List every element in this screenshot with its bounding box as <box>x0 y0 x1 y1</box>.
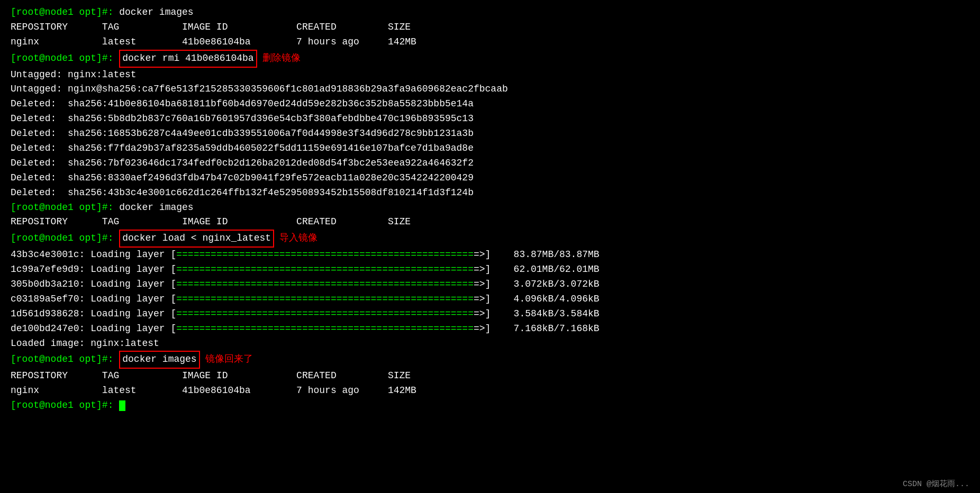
terminal-line: c03189a5ef70: Loading layer [===========… <box>11 292 969 307</box>
terminal-line: REPOSITORY TAG IMAGE ID CREATED SIZE <box>11 215 969 230</box>
terminal-line: nginx latest 41b0e86104ba 7 hours ago 14… <box>11 35 969 50</box>
terminal-line: Deleted: sha256:16853b6287c4a49ee01cdb33… <box>11 126 969 141</box>
terminal-line: Loaded image: nginx:latest <box>11 336 969 351</box>
terminal-line: Deleted: sha256:41b0e86104ba681811bf60b4… <box>11 97 969 112</box>
terminal-line: [root@node1 opt]#: <box>11 398 969 413</box>
terminal-line: 305b0db3a210: Loading layer [===========… <box>11 277 969 292</box>
terminal-line: [root@node1 opt]#: docker images镜像回来了 <box>11 351 969 369</box>
terminal-line: Deleted: sha256:5b8db2b837c760a16b760195… <box>11 112 969 126</box>
terminal-line: REPOSITORY TAG IMAGE ID CREATED SIZE <box>11 20 969 35</box>
terminal-line: REPOSITORY TAG IMAGE ID CREATED SIZE <box>11 369 969 384</box>
terminal-line: Deleted: sha256:8330aef2496d3fdb47b47c02… <box>11 171 969 186</box>
terminal-line: [root@node1 opt]#: docker rmi 41b0e86104… <box>11 50 969 68</box>
footer-label: CSDN @烟花雨... <box>903 479 969 489</box>
terminal-line: 43b3c4e3001c: Loading layer [===========… <box>11 248 969 262</box>
terminal-line: de100bd247e0: Loading layer [===========… <box>11 322 969 336</box>
terminal-line: Untagged: nginx:latest <box>11 68 969 83</box>
terminal-line: Deleted: sha256:7bf023646dc1734fedf0cb2d… <box>11 156 969 171</box>
terminal-line: [root@node1 opt]#: docker images <box>11 5 969 20</box>
terminal-line: 1d561d938628: Loading layer [===========… <box>11 307 969 322</box>
terminal-line: 1c99a7efe9d9: Loading layer [===========… <box>11 262 969 277</box>
terminal-line: [root@node1 opt]#: docker images <box>11 200 969 215</box>
terminal-line: Deleted: sha256:43b3c4e3001c662d1c264ffb… <box>11 186 969 200</box>
terminal-line: Untagged: nginx@sha256:ca7f6e513f2152853… <box>11 82 969 97</box>
terminal-line: nginx latest 41b0e86104ba 7 hours ago 14… <box>11 384 969 398</box>
terminal: [root@node1 opt]#: docker imagesREPOSITO… <box>0 0 980 418</box>
terminal-line: Deleted: sha256:f7fda29b37af8235a59ddb46… <box>11 141 969 156</box>
terminal-line: [root@node1 opt]#: docker load < nginx_l… <box>11 230 969 248</box>
